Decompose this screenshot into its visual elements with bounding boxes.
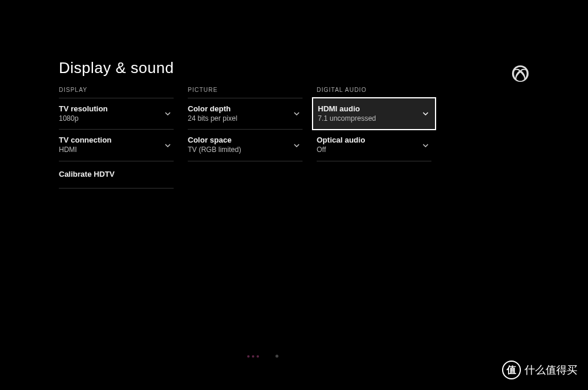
value-hdmi-audio: 7.1 uncompressed	[318, 114, 376, 124]
value-tv-resolution: 1080p	[59, 114, 108, 124]
page-title: Display & sound	[59, 59, 529, 77]
row-color-space[interactable]: Color space TV (RGB limited)	[188, 130, 303, 161]
watermark: 值 什么值得买	[502, 361, 577, 379]
chevron-down-icon	[422, 142, 429, 149]
watermark-text: 什么值得买	[524, 363, 577, 377]
value-tv-connection: HDMI	[59, 146, 112, 155]
settings-columns: DISPLAY TV resolution 1080p TV connectio…	[59, 87, 529, 189]
chevron-down-icon	[293, 142, 300, 149]
row-optical-audio[interactable]: Optical audio Off	[317, 130, 431, 161]
column-header-digital-audio: DIGITAL AUDIO	[317, 87, 431, 98]
row-calibrate-hdtv[interactable]: Calibrate HDTV	[59, 161, 174, 189]
column-header-display: DISPLAY	[59, 87, 174, 98]
label-tv-connection: TV connection	[59, 135, 112, 146]
label-hdmi-audio: HDMI audio	[318, 104, 376, 114]
row-tv-resolution[interactable]: TV resolution 1080p	[59, 98, 174, 130]
label-calibrate-hdtv: Calibrate HDTV	[59, 167, 115, 182]
watermark-badge: 值	[502, 361, 521, 379]
label-tv-resolution: TV resolution	[59, 104, 108, 114]
chevron-down-icon	[164, 142, 171, 149]
column-header-picture: PICTURE	[188, 87, 303, 98]
label-color-space: Color space	[188, 135, 241, 146]
label-optical-audio: Optical audio	[317, 135, 365, 146]
value-color-space: TV (RGB limited)	[188, 146, 241, 155]
chevron-down-icon	[293, 110, 300, 117]
column-digital-audio: DIGITAL AUDIO HDMI audio 7.1 uncompresse…	[317, 87, 431, 189]
row-hdmi-audio[interactable]: HDMI audio 7.1 uncompressed	[312, 97, 436, 130]
chevron-down-icon	[164, 110, 171, 117]
column-display: DISPLAY TV resolution 1080p TV connectio…	[59, 87, 174, 189]
chevron-down-icon	[422, 110, 429, 117]
column-picture: PICTURE Color depth 24 bits per pixel Co…	[188, 87, 303, 189]
value-color-depth: 24 bits per pixel	[188, 114, 237, 124]
label-color-depth: Color depth	[188, 104, 237, 114]
row-color-depth[interactable]: Color depth 24 bits per pixel	[188, 98, 303, 130]
value-optical-audio: Off	[317, 146, 365, 155]
row-tv-connection[interactable]: TV connection HDMI	[59, 130, 174, 161]
